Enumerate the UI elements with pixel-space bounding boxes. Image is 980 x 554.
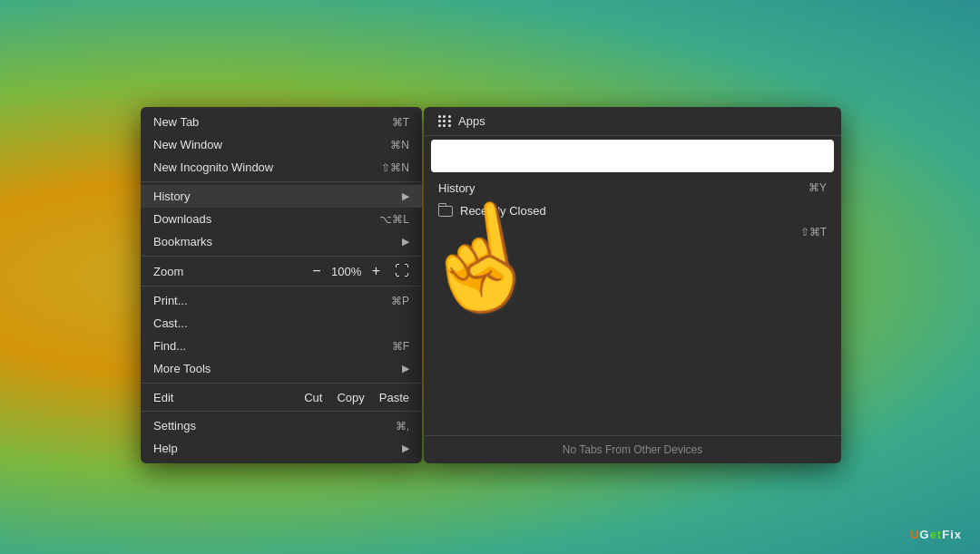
history-label: History — [153, 190, 398, 203]
zoom-fullscreen-button[interactable]: ⛶ — [395, 263, 409, 279]
separator-3 — [141, 286, 422, 287]
new-tab-shortcut: ⌘T — [392, 116, 409, 129]
logo-u: U — [910, 528, 919, 541]
edit-label: Edit — [153, 391, 304, 404]
browser-bar — [431, 140, 834, 172]
history-submenu-shortcut: ⌘Y — [808, 181, 827, 194]
bookmarks-label: Bookmarks — [153, 235, 398, 248]
more-tools-arrow-icon: ▶ — [402, 363, 409, 374]
new-incognito-label: New Incognito Window — [153, 160, 363, 174]
menu-item-downloads[interactable]: Downloads ⌥⌘L — [141, 208, 422, 230]
menu-item-new-tab[interactable]: New Tab ⌘T — [141, 111, 422, 133]
separator-2 — [141, 256, 422, 257]
history-sub-menu: Apps History ⌘Y Recently Closed ⇧⌘T No T… — [424, 107, 841, 463]
zoom-label: Zoom — [153, 265, 305, 278]
sub-menu-header: Apps — [424, 107, 841, 136]
new-window-label: New Window — [153, 138, 372, 151]
cast-label: Cast... — [153, 316, 409, 330]
apps-grid-icon — [438, 115, 451, 128]
recently-closed-item[interactable]: Recently Closed — [424, 199, 841, 222]
find-shortcut: ⌘F — [392, 340, 409, 353]
copy-button[interactable]: Copy — [337, 391, 364, 404]
menu-item-help[interactable]: Help ▶ — [141, 437, 422, 460]
logo-et: et — [930, 528, 943, 541]
settings-label: Settings — [153, 419, 377, 433]
edit-actions: Cut Copy Paste — [304, 391, 409, 404]
help-label: Help — [153, 442, 398, 455]
settings-shortcut: ⌘, — [396, 420, 409, 433]
print-shortcut: ⌘P — [391, 295, 409, 307]
downloads-shortcut: ⌥⌘L — [379, 213, 409, 226]
menu-item-find[interactable]: Find... ⌘F — [141, 335, 422, 357]
separator-5 — [141, 411, 422, 412]
logo: UGetFix — [910, 528, 962, 541]
find-label: Find... — [153, 339, 374, 353]
menu-item-print[interactable]: Print... ⌘P — [141, 289, 422, 312]
separator-4 — [141, 383, 422, 384]
recently-closed-label: Recently Closed — [460, 204, 546, 218]
apps-label: Apps — [458, 114, 485, 128]
menu-item-history[interactable]: History ▶ — [141, 185, 422, 208]
downloads-label: Downloads — [153, 212, 361, 226]
cut-button[interactable]: Cut — [304, 391, 322, 404]
zoom-minus-button[interactable]: − — [305, 263, 328, 279]
help-arrow-icon: ▶ — [402, 442, 409, 454]
paste-button[interactable]: Paste — [379, 391, 409, 404]
sub-menu-spacer — [424, 242, 841, 435]
recently-closed-shortcut: ⇧⌘T — [424, 222, 841, 242]
separator-1 — [141, 181, 422, 182]
history-submenu-label: History — [438, 181, 475, 195]
history-arrow-icon: ▶ — [402, 190, 409, 202]
new-incognito-shortcut: ⇧⌘N — [381, 161, 409, 174]
logo-fix: Fix — [942, 528, 962, 541]
main-menu: New Tab ⌘T New Window ⌘N New Incognito W… — [141, 107, 422, 463]
no-tabs-footer: No Tabs From Other Devices — [424, 435, 841, 463]
menu-item-more-tools[interactable]: More Tools ▶ — [141, 357, 422, 380]
sub-menu-history-item[interactable]: History ⌘Y — [424, 176, 841, 199]
menu-item-new-window[interactable]: New Window ⌘N — [141, 133, 422, 156]
logo-g: G — [920, 528, 930, 541]
edit-row: Edit Cut Copy Paste — [141, 386, 422, 408]
folder-icon — [438, 206, 453, 217]
menu-item-bookmarks[interactable]: Bookmarks ▶ — [141, 230, 422, 253]
zoom-value: 100% — [328, 265, 365, 278]
new-tab-label: New Tab — [153, 115, 374, 129]
menus-container: New Tab ⌘T New Window ⌘N New Incognito W… — [141, 107, 841, 463]
bookmarks-arrow-icon: ▶ — [402, 236, 409, 248]
menu-item-new-incognito[interactable]: New Incognito Window ⇧⌘N — [141, 156, 422, 179]
zoom-row: Zoom − 100% + ⛶ — [141, 259, 422, 283]
menu-item-cast[interactable]: Cast... — [141, 312, 422, 335]
new-window-shortcut: ⌘N — [390, 139, 409, 151]
menu-item-settings[interactable]: Settings ⌘, — [141, 414, 422, 437]
zoom-plus-button[interactable]: + — [365, 263, 387, 279]
print-label: Print... — [153, 294, 373, 307]
more-tools-label: More Tools — [153, 362, 398, 375]
